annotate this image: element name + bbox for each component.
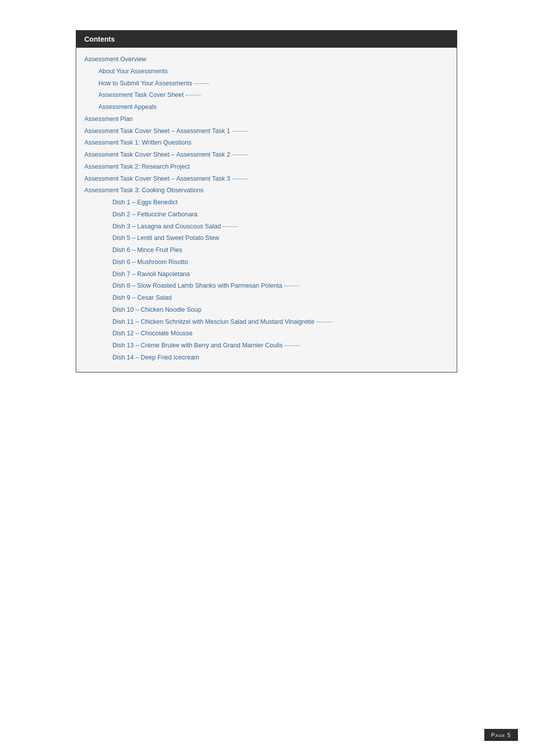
toc-item-task3-cooking[interactable]: Assessment Task 3: Cooking Observations <box>84 185 449 197</box>
toc-item-label: Dish 6 – Mushroom Risotto <box>112 259 188 266</box>
dotted-line <box>317 322 332 322</box>
toc-item-task2-research[interactable]: Assessment Task 2: Research Project <box>84 161 449 173</box>
toc-header: Contents <box>76 31 457 48</box>
toc-item-dish12[interactable]: Dish 12 – Chocolate Mousse <box>84 328 449 340</box>
toc-item-label: How to Submit Your Assessments <box>98 80 192 87</box>
dotted-line <box>232 179 247 179</box>
toc-item-label: Dish 13 – Crème Brulee with Berry and Gr… <box>112 342 283 349</box>
toc-item-label: Assessment Task 2: Research Project <box>84 163 190 170</box>
toc-item-dish14[interactable]: Dish 14 – Deep Fried Icecream <box>84 352 449 364</box>
toc-item-dish2[interactable]: Dish 2 – Fettuccine Carbonara <box>84 209 449 221</box>
toc-title: Contents <box>84 35 115 43</box>
toc-item-label: Dish 8 – Slow Roasted Lamb Shanks with P… <box>112 282 282 289</box>
toc-content: Assessment OverviewAbout Your Assessment… <box>76 48 457 372</box>
dotted-line <box>194 83 209 84</box>
dotted-line <box>186 95 201 95</box>
toc-item-label: Assessment Appeals <box>98 103 157 110</box>
dotted-line <box>232 155 247 155</box>
toc-item-label: Dish 2 – Fettuccine Carbonara <box>112 211 198 218</box>
dotted-line <box>285 345 300 346</box>
toc-item-dish9[interactable]: Dish 9 – Cesar Salad <box>84 292 449 304</box>
toc-item-label: Assessment Task Cover Sheet – Assessment… <box>84 151 230 158</box>
toc-item-dish1[interactable]: Dish 1 – Eggs Benedict <box>84 197 449 209</box>
toc-item-label: Dish 9 – Cesar Salad <box>112 294 172 301</box>
toc-item-dish5[interactable]: Dish 5 – Lentil and Sweet Potato Stew <box>84 232 449 244</box>
toc-item-label: Dish 1 – Eggs Benedict <box>112 199 178 206</box>
toc-item-assessment-plan[interactable]: Assessment Plan <box>84 113 449 125</box>
toc-item-dish7[interactable]: Dish 7 – Ravioli Napoletana <box>84 269 449 281</box>
page-container: Contents Assessment OverviewAbout Your A… <box>0 0 533 756</box>
toc-item-cover-sheet-task2[interactable]: Assessment Task Cover Sheet – Assessment… <box>84 149 449 161</box>
toc-box: Contents Assessment OverviewAbout Your A… <box>76 30 457 372</box>
toc-item-cover-sheet[interactable]: Assessment Task Cover Sheet <box>84 89 449 101</box>
toc-item-dish6a[interactable]: Dish 6 – Mince Fruit Pies <box>84 244 449 257</box>
toc-item-task1-written[interactable]: Assessment Task 1: Written Questions <box>84 137 449 149</box>
toc-item-dish10[interactable]: Dish 10 – Chicken Noodle Soup <box>84 304 449 316</box>
toc-item-label: Dish 14 – Deep Fried Icecream <box>112 354 199 361</box>
toc-item-label: Assessment Task Cover Sheet – Assessment… <box>84 128 230 135</box>
toc-item-how-to-submit[interactable]: How to Submit Your Assessments <box>84 78 449 90</box>
toc-item-dish6b[interactable]: Dish 6 – Mushroom Risotto <box>84 257 449 269</box>
toc-item-label: Assessment Task Cover Sheet <box>98 91 184 98</box>
toc-item-dish11[interactable]: Dish 11 – Chicken Schnitzel with Mesclun… <box>84 316 449 328</box>
toc-item-label: Dish 10 – Chicken Noodle Soup <box>112 306 201 313</box>
toc-item-dish3[interactable]: Dish 3 – Lasagna and Couscous Salad <box>84 221 449 233</box>
dotted-line <box>232 131 247 132</box>
toc-item-label: Assessment Overview <box>84 56 147 63</box>
toc-item-appeals[interactable]: Assessment Appeals <box>84 101 449 113</box>
toc-item-dish13[interactable]: Dish 13 – Crème Brulee with Berry and Gr… <box>84 340 449 352</box>
toc-item-label: About Your Assessments <box>98 68 168 75</box>
toc-item-cover-sheet-task1[interactable]: Assessment Task Cover Sheet – Assessment… <box>84 125 449 138</box>
toc-item-label: Assessment Task Cover Sheet – Assessment… <box>84 175 230 182</box>
page-number: Page 5 <box>491 732 511 738</box>
toc-item-label: Dish 6 – Mince Fruit Pies <box>112 246 182 254</box>
toc-item-label: Dish 7 – Ravioli Napoletana <box>112 271 190 278</box>
page-number-footer: Page 5 <box>484 729 518 741</box>
toc-item-label: Dish 3 – Lasagna and Couscous Salad <box>112 223 221 230</box>
dotted-line <box>223 226 238 227</box>
toc-item-label: Dish 12 – Chocolate Mousse <box>112 330 193 337</box>
dotted-line <box>284 286 299 286</box>
toc-item-label: Dish 5 – Lentil and Sweet Potato Stew <box>112 234 219 241</box>
toc-item-label: Assessment Plan <box>84 115 133 122</box>
toc-item-label: Assessment Task 3: Cooking Observations <box>84 187 203 194</box>
toc-item-about-your-assessments[interactable]: About Your Assessments <box>84 66 449 78</box>
toc-item-cover-sheet-task3[interactable]: Assessment Task Cover Sheet – Assessment… <box>84 173 449 185</box>
toc-item-assessment-overview[interactable]: Assessment Overview <box>84 54 449 66</box>
toc-item-dish8[interactable]: Dish 8 – Slow Roasted Lamb Shanks with P… <box>84 280 449 292</box>
toc-item-label: Dish 11 – Chicken Schnitzel with Mesclun… <box>112 318 315 325</box>
toc-item-label: Assessment Task 1: Written Questions <box>84 139 192 146</box>
